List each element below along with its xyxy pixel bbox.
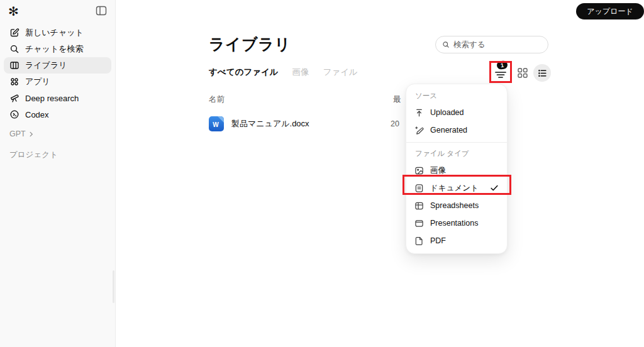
checkmark-icon xyxy=(490,184,499,192)
sidebar-item-deep-research[interactable]: Deep research xyxy=(4,90,111,106)
menu-item-pdf[interactable]: PDF xyxy=(406,232,507,250)
sidebar-scrollbar[interactable] xyxy=(113,270,114,303)
column-header-modified[interactable]: 最 xyxy=(393,94,401,105)
openai-logo-icon[interactable]: ✻ xyxy=(8,4,19,19)
grid-view-button[interactable] xyxy=(516,67,529,79)
menu-divider xyxy=(406,142,507,143)
codex-icon xyxy=(9,109,19,119)
sidebar-section-gpt[interactable]: GPT xyxy=(9,129,34,138)
menu-item-label: Uploaded xyxy=(430,108,464,117)
spreadsheet-icon xyxy=(414,201,424,211)
sidebar-item-label: Codex xyxy=(25,110,49,119)
telescope-icon xyxy=(9,93,19,103)
apps-grid-icon xyxy=(9,77,19,87)
grid-view-icon xyxy=(516,67,529,79)
sidebar-section-label: GPT xyxy=(9,129,26,138)
sidebar-item-library[interactable]: ライブラリ xyxy=(4,57,111,74)
menu-section-file-type: ファイル タイプ xyxy=(406,146,507,162)
menu-item-label: PDF xyxy=(430,236,446,245)
chevron-right-icon xyxy=(28,131,34,137)
sidebar-item-search-chats[interactable]: チャットを検索 xyxy=(4,41,111,57)
upload-button[interactable]: アップロードする xyxy=(576,3,644,19)
sidebar: ✻ 新しいチャット チャットを検索 ライ xyxy=(0,0,116,347)
list-view-button[interactable] xyxy=(533,64,551,82)
svg-text:W: W xyxy=(213,121,219,128)
tab-files[interactable]: ファイル xyxy=(323,67,358,78)
menu-section-source: ソース xyxy=(406,88,507,104)
menu-item-label: Presentations xyxy=(430,219,478,228)
upload-arrow-icon xyxy=(414,108,424,118)
tab-all-files[interactable]: すべてのファイル xyxy=(209,67,279,78)
sidebar-item-label: ライブラリ xyxy=(25,60,67,71)
menu-item-label: ドキュメント xyxy=(430,183,479,194)
library-icon xyxy=(9,60,19,70)
column-header-name[interactable]: 名前 xyxy=(209,94,225,105)
menu-item-label: 画像 xyxy=(430,165,446,176)
sidebar-item-label: チャットを検索 xyxy=(25,43,84,55)
menu-item-uploaded[interactable]: Uploaded xyxy=(406,104,507,121)
search-input[interactable] xyxy=(453,40,541,49)
tab-images[interactable]: 画像 xyxy=(292,67,309,78)
table-row[interactable]: W 製品マニュアル.docx xyxy=(209,112,397,136)
file-tabs: すべてのファイル 画像 ファイル xyxy=(209,67,358,78)
sidebar-item-codex[interactable]: Codex xyxy=(4,106,111,123)
file-name: 製品マニュアル.docx xyxy=(231,118,309,129)
sidebar-section-projects[interactable]: プロジェクト xyxy=(9,150,58,160)
menu-item-label: Spreadsheets xyxy=(430,201,479,210)
sidebar-item-label: Deep research xyxy=(25,94,79,103)
presentation-icon xyxy=(414,219,424,228)
library-search[interactable] xyxy=(435,36,548,53)
menu-item-images[interactable]: 画像 xyxy=(406,162,507,179)
sidebar-header: ✻ xyxy=(0,0,115,21)
sidebar-item-label: 新しいチャット xyxy=(25,27,84,38)
menu-item-spreadsheets[interactable]: Spreadsheets xyxy=(406,197,507,214)
file-modified-date: 20 xyxy=(391,119,399,128)
image-icon xyxy=(414,166,424,175)
filter-dropdown-menu: ソース Uploaded Generated ファイル タイプ 画像 xyxy=(406,84,508,254)
filter-button[interactable]: 1 xyxy=(493,65,508,80)
pdf-file-icon xyxy=(414,236,424,246)
list-view-icon xyxy=(538,69,547,78)
new-chat-icon xyxy=(9,28,19,38)
sidebar-toggle-icon[interactable] xyxy=(96,5,107,16)
sidebar-section-label: プロジェクト xyxy=(9,150,58,160)
menu-item-generated[interactable]: Generated xyxy=(406,121,507,139)
sidebar-item-label: アプリ xyxy=(25,76,50,87)
search-icon xyxy=(442,41,450,48)
pencil-sparkle-icon xyxy=(414,126,424,135)
page-title: ライブラリ xyxy=(209,34,291,55)
document-icon xyxy=(414,184,424,193)
menu-item-label: Generated xyxy=(430,126,467,135)
search-icon xyxy=(9,44,19,54)
word-docx-file-icon: W xyxy=(209,116,224,131)
menu-item-presentations[interactable]: Presentations xyxy=(406,214,507,232)
sidebar-item-new-chat[interactable]: 新しいチャット xyxy=(4,25,111,41)
menu-item-documents[interactable]: ドキュメント xyxy=(406,179,507,197)
sidebar-item-apps[interactable]: アプリ xyxy=(4,74,111,90)
sidebar-nav: 新しいチャット チャットを検索 ライブラリ アプリ xyxy=(4,25,111,123)
app-window: ✻ 新しいチャット チャットを検索 ライ xyxy=(0,0,644,347)
